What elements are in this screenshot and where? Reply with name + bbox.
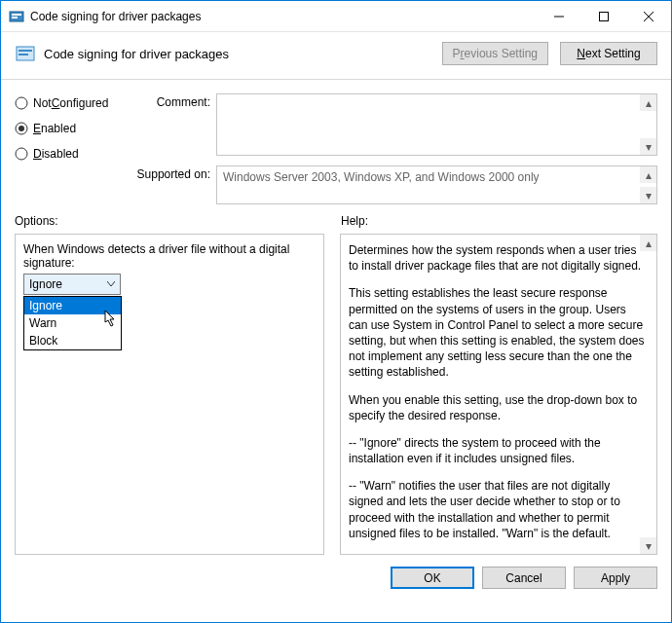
scroll-up-icon: ▴ [640, 166, 656, 183]
supported-on-value: Windows Server 2003, Windows XP, and Win… [217, 166, 656, 188]
header-title: Code signing for driver packages [44, 47, 442, 61]
header-row: Code signing for driver packages Previou… [1, 32, 671, 80]
svg-point-10 [16, 97, 27, 109]
svg-rect-4 [600, 12, 609, 20]
options-prompt: When Windows detects a driver file witho… [23, 242, 316, 270]
maximize-button[interactable] [581, 1, 626, 31]
close-button[interactable] [626, 1, 671, 31]
svg-rect-8 [19, 50, 32, 52]
svg-rect-1 [12, 14, 21, 16]
policy-icon [15, 43, 36, 64]
help-label: Help: [341, 214, 368, 228]
help-text: Determines how the system responds when … [349, 242, 649, 546]
supported-on-label: Supported on: [131, 165, 216, 181]
scroll-down-icon: ▾ [640, 187, 656, 203]
signature-action-combobox[interactable]: Ignore Ignore Warn Block [23, 274, 121, 295]
combobox-dropdown: Ignore Warn Block [23, 296, 122, 350]
radio-not-configured[interactable]: Not Configured [15, 93, 131, 113]
previous-setting-button: Previous Setting [442, 42, 548, 65]
help-panel: ▴ ▾ Determines how the system responds w… [340, 234, 657, 555]
dropdown-option-ignore[interactable]: Ignore [24, 297, 121, 314]
dialog-footer: OK Cancel Apply [1, 555, 671, 601]
chevron-down-icon [102, 281, 120, 287]
next-setting-button[interactable]: Next Setting [560, 42, 657, 65]
options-label: Options: [15, 214, 341, 228]
scroll-up-icon[interactable]: ▴ [640, 94, 656, 111]
comment-textbox[interactable]: ▴ ▾ [216, 93, 657, 156]
svg-point-12 [19, 126, 24, 131]
svg-point-13 [16, 148, 27, 160]
options-panel: When Windows detects a driver file witho… [15, 234, 324, 555]
scroll-up-icon[interactable]: ▴ [640, 235, 656, 251]
app-icon [9, 9, 24, 24]
scroll-down-icon[interactable]: ▾ [640, 537, 656, 554]
scroll-down-icon[interactable]: ▾ [640, 138, 656, 155]
cancel-button[interactable]: Cancel [482, 567, 566, 589]
dropdown-option-warn[interactable]: Warn [24, 314, 121, 332]
supported-on-textbox: Windows Server 2003, Windows XP, and Win… [216, 165, 657, 204]
radio-enabled[interactable]: Enabled [15, 119, 131, 138]
state-radios: Not Configured Enabled Disabled [15, 93, 131, 214]
window-title: Code signing for driver packages [30, 10, 537, 23]
apply-button[interactable]: Apply [574, 567, 657, 589]
minimize-button[interactable] [537, 1, 581, 31]
svg-rect-9 [19, 54, 28, 55]
comment-label: Comment: [131, 93, 216, 109]
dropdown-option-block[interactable]: Block [24, 332, 121, 349]
combobox-selected-value: Ignore [29, 277, 62, 291]
radio-disabled[interactable]: Disabled [15, 144, 131, 164]
title-bar: Code signing for driver packages [1, 1, 671, 32]
ok-button[interactable]: OK [391, 567, 474, 589]
svg-rect-2 [12, 17, 18, 18]
